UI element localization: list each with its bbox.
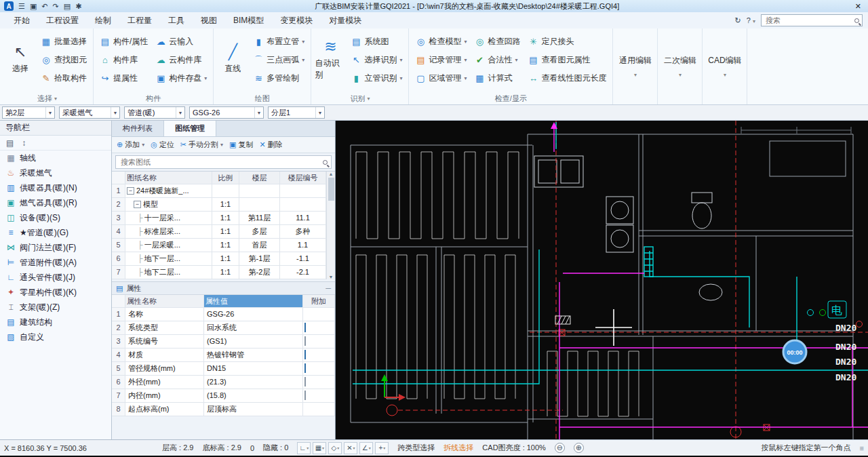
- brightness-minus-button[interactable]: ⊖: [555, 443, 565, 453]
- ribbon-edit-menu-button[interactable]: 通用编辑 ▾: [613, 28, 658, 104]
- ribbon-tab[interactable]: 绘制: [87, 12, 119, 28]
- ribbon-button[interactable]: ▮ 立管识别 ▾: [348, 70, 405, 86]
- undo-icon[interactable]: ↶: [41, 3, 47, 10]
- ribbon-tab[interactable]: 变更模块: [272, 12, 321, 28]
- ribbon-button[interactable]: ✔ 合法性 ▾: [471, 52, 523, 68]
- sheet-row[interactable]: 4 −├标准层采... 1:1 多层 多种: [112, 225, 326, 239]
- ribbon-button[interactable]: ☁ 云构件库 ▾: [153, 52, 210, 68]
- nav-item[interactable]: ♨ 采暖燃气: [0, 165, 111, 180]
- sheet-tool-button[interactable]: ◎ 定位 ▾: [151, 140, 174, 150]
- ribbon-tab[interactable]: 开始: [5, 12, 38, 28]
- ribbon-button[interactable]: ▣ 构件存盘 ▾: [153, 70, 210, 86]
- ribbon-button[interactable]: ◎ 检查模型 ▾: [412, 33, 469, 49]
- property-row[interactable]: 3 系统编号 (GS1): [112, 335, 335, 349]
- line-tool-button[interactable]: ╱ 直线: [217, 30, 248, 90]
- ribbon-button[interactable]: ▤ 记录管理 ▾: [412, 52, 469, 68]
- nav-item[interactable]: ≡ ★管道(暖)(G): [0, 225, 111, 240]
- nav-item[interactable]: ∟ 通头管件(暖)(J): [0, 270, 111, 285]
- property-value[interactable]: 热镀锌钢管: [204, 349, 302, 361]
- ribbon-tab[interactable]: 工程设置: [38, 12, 87, 28]
- sheet-tool-button[interactable]: ✂ 手动分割 ▾: [180, 140, 223, 150]
- status-tool-button[interactable]: ◇▾: [328, 442, 342, 454]
- nav-item[interactable]: ⊨ 管道附件(暖)(A): [0, 255, 111, 270]
- floor-combobox[interactable]: 第2层▼: [2, 106, 55, 119]
- ribbon-button[interactable]: ◎ 检查回路 ▾: [471, 33, 523, 49]
- sheet-row[interactable]: 7 −├地下二层... 1:1 第-2层 -2.1: [112, 266, 326, 279]
- property-row[interactable]: 8 起点标高(m) 层顶标高: [112, 403, 335, 416]
- cad-canvas[interactable]: 电 DN20DN20DN20DN20 00:00: [336, 121, 868, 439]
- property-row[interactable]: 1 名称 GSG-26: [112, 308, 335, 321]
- ribbon-button[interactable]: ▤ 查看图元属性 ▾: [525, 52, 609, 68]
- sheet-scrollbar[interactable]: ▲▼: [326, 172, 335, 279]
- property-value[interactable]: 回水系统: [204, 321, 302, 334]
- tab-component-list[interactable]: 构件列表: [112, 121, 163, 136]
- menu-icon[interactable]: ☰: [18, 3, 25, 10]
- property-value[interactable]: DN15: [204, 362, 302, 375]
- nav-item[interactable]: ✦ 零星构件(暖)(K): [0, 285, 111, 300]
- attach-checkbox[interactable]: [304, 377, 306, 386]
- polyline-select-toggle[interactable]: 拆线选择: [443, 443, 473, 453]
- ribbon-tab[interactable]: 对量模块: [321, 12, 370, 28]
- layer-combobox[interactable]: 分层1▼: [268, 106, 325, 119]
- ribbon-button[interactable]: ▦ 计算式 ▾: [471, 70, 523, 86]
- ribbon-tab[interactable]: 工程量: [119, 12, 160, 28]
- cross-type-select-toggle[interactable]: 跨类型选择: [397, 443, 435, 453]
- ribbon-button[interactable]: ▦ 批量选择 ▾: [38, 33, 90, 49]
- component-combobox[interactable]: GSG-26▼: [189, 106, 264, 119]
- property-value[interactable]: (15.8): [204, 389, 302, 402]
- save-icon[interactable]: ▣: [30, 3, 37, 10]
- select-tool-button[interactable]: ↖ 选择: [5, 30, 36, 90]
- nav-item[interactable]: ▦ 轴线: [0, 151, 111, 165]
- layers-icon[interactable]: ▤: [64, 3, 71, 10]
- ribbon-button[interactable]: ↖ 选择识别 ▾: [348, 52, 405, 68]
- property-value[interactable]: (GS1): [204, 335, 302, 348]
- status-tool-button[interactable]: ✕▾: [344, 442, 357, 454]
- sheet-search-input[interactable]: [119, 157, 320, 167]
- status-tool-button[interactable]: +▾: [375, 442, 389, 454]
- ribbon-button[interactable]: ✎ 拾取构件 ▾: [38, 70, 90, 86]
- ribbon-button[interactable]: ◎ 查找图元 ▾: [38, 52, 90, 68]
- ribbon-group-label[interactable]: 识别▾: [315, 93, 405, 104]
- property-row[interactable]: 2 系统类型 回水系统: [112, 321, 335, 335]
- sheet-row[interactable]: 6 −├地下一层... 1:1 第-1层 -1.1: [112, 252, 326, 266]
- sheet-tool-button[interactable]: ⊕ 添加 ▾: [117, 140, 144, 150]
- ribbon-button[interactable]: ▮ 布置立管 ▾: [250, 33, 307, 49]
- ribbon-button[interactable]: ✳ 定尺接头 ▾: [525, 33, 609, 49]
- nav-item[interactable]: ▣ 燃气器具(暖)(R): [0, 195, 111, 210]
- ribbon-button[interactable]: ⌂ 构件库 ▾: [97, 52, 151, 68]
- sheet-row[interactable]: 2 −├模型 1:1: [112, 198, 326, 212]
- collapse-icon[interactable]: ─: [326, 284, 331, 292]
- nav-list-icon[interactable]: ▤: [6, 138, 14, 148]
- ribbon-button[interactable]: ≋ 多管绘制 ▾: [250, 70, 307, 86]
- ribbon-button[interactable]: ⌒ 三点画弧 ▾: [250, 52, 307, 68]
- property-value[interactable]: 层顶标高: [204, 403, 302, 416]
- auto-identify-button[interactable]: ≋ 自动识别: [315, 30, 346, 90]
- sheet-tool-button[interactable]: ▣ 复制 ▾: [229, 140, 253, 150]
- nav-item[interactable]: ▤ 建筑结构: [0, 315, 111, 330]
- ribbon-button[interactable]: ▤ 系统图 ▾: [348, 33, 405, 49]
- brightness-plus-button[interactable]: ⊕: [574, 443, 584, 453]
- sync-icon[interactable]: ↻: [735, 17, 741, 24]
- properties-header[interactable]: ▤ 属性 ─: [112, 281, 335, 295]
- nav-item[interactable]: ▧ 自定义: [0, 330, 111, 344]
- attach-checkbox[interactable]: [304, 336, 306, 346]
- ribbon-group-label[interactable]: 选择▾: [5, 93, 90, 104]
- status-tool-button[interactable]: ∟▾: [297, 442, 311, 454]
- ribbon-search-input[interactable]: [764, 16, 852, 25]
- ribbon-button[interactable]: ☁ 云输入 ▾: [153, 33, 210, 49]
- specialty-combobox[interactable]: 采暖燃气▼: [59, 106, 120, 119]
- ribbon-tab[interactable]: BIM模型: [225, 12, 272, 28]
- nav-item[interactable]: ◫ 设备(暖)(S): [0, 210, 111, 225]
- attach-checkbox[interactable]: [304, 323, 306, 332]
- nav-item[interactable]: ⋈ 阀门法兰(暖)(F): [0, 240, 111, 255]
- property-value[interactable]: GSG-26: [204, 308, 302, 321]
- settings-icon[interactable]: ✱: [75, 3, 81, 10]
- ribbon-button[interactable]: ▢ 区域管理 ▾: [412, 70, 469, 86]
- status-tool-button[interactable]: ∠▾: [359, 442, 373, 454]
- sheet-row[interactable]: 5 −├一层采暖... 1:1 首层 1.1: [112, 239, 326, 252]
- property-row[interactable]: 4 材质 热镀锌钢管: [112, 349, 335, 362]
- ribbon-button[interactable]: ↔ 查看线性图元长度 ▾: [525, 70, 609, 86]
- property-row[interactable]: 6 外径(mm) (21.3): [112, 376, 335, 389]
- sheet-row[interactable]: 3 −├十一层采... 1:1 第11层 11.1: [112, 212, 326, 225]
- help-button[interactable]: ? ▾: [747, 17, 755, 24]
